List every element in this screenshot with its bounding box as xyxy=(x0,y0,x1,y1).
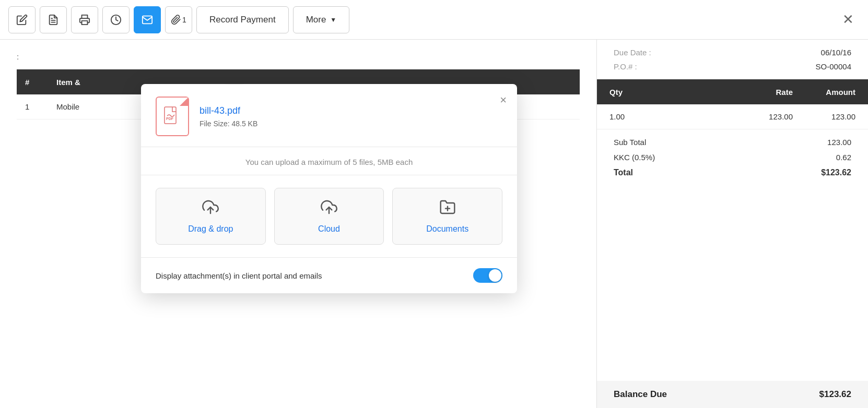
col-rate-header: Rate xyxy=(651,88,793,97)
file-pdf-icon: PDF xyxy=(156,97,189,136)
file-info: bill-43.pdf File Size: 48.5 KB xyxy=(200,105,502,128)
balance-due-label: Balance Due xyxy=(614,389,667,400)
due-date-value: 06/10/16 xyxy=(821,48,851,57)
more-button[interactable]: More ▼ xyxy=(293,6,350,33)
close-icon: ✕ xyxy=(842,11,854,28)
documents-button[interactable]: Documents xyxy=(392,188,502,245)
drag-drop-button[interactable]: Drag & drop xyxy=(156,188,266,245)
svg-text:PDF: PDF xyxy=(166,117,174,121)
attachment-modal: PDF bill-43.pdf File Size: 48.5 KB × You… xyxy=(141,84,517,293)
col-header-num: # xyxy=(25,78,56,87)
toggle-knob xyxy=(489,269,501,282)
file-size: File Size: 48.5 KB xyxy=(200,119,502,128)
folder-plus-icon xyxy=(439,199,456,219)
main-content: : # Item & 1 Mobile Due Date : 06/10/16 … xyxy=(0,40,868,408)
modal-close-button[interactable]: × xyxy=(500,94,507,106)
summary-table-header: Qty Rate Amount xyxy=(597,79,868,104)
drag-drop-label: Drag & drop xyxy=(188,224,233,234)
po-row: P.O.# : SO-00004 xyxy=(614,62,851,71)
summary-info: Due Date : 06/10/16 P.O.# : SO-00004 xyxy=(597,40,868,79)
invoice-label: : xyxy=(17,52,580,61)
po-label: P.O.# : xyxy=(614,62,637,71)
tax-row: KKC (0.5%) 0.62 xyxy=(614,153,851,162)
portal-label: Display attachment(s) in client portal a… xyxy=(156,271,465,280)
row-qty: 1.00 xyxy=(609,112,651,121)
record-payment-label: Record Payment xyxy=(209,15,276,25)
email-button[interactable] xyxy=(134,6,161,33)
portal-toggle[interactable] xyxy=(473,268,502,283)
pdf-button[interactable] xyxy=(40,6,67,33)
tax-label: KKC (0.5%) xyxy=(614,153,655,162)
documents-label: Documents xyxy=(426,224,468,234)
upload-options: Drag & drop Cloud xyxy=(141,175,517,258)
sub-total-row: Sub Total 123.00 xyxy=(614,138,851,147)
summary-data-row: 1.00 123.00 123.00 xyxy=(597,104,868,129)
svg-rect-2 xyxy=(82,20,88,24)
modal-header: PDF bill-43.pdf File Size: 48.5 KB × xyxy=(141,84,517,147)
po-value: SO-00004 xyxy=(816,62,851,71)
upload-icon xyxy=(202,199,219,219)
upload-info: You can upload a maximum of 5 files, 5MB… xyxy=(141,147,517,175)
file-name: bill-43.pdf xyxy=(200,105,502,116)
attachment-count: 1 xyxy=(182,16,186,24)
modal-close-icon: × xyxy=(500,93,507,106)
cloud-icon xyxy=(321,199,337,219)
balance-due-section: Balance Due $123.62 xyxy=(597,381,868,408)
attachment-button[interactable]: 1 xyxy=(165,6,192,33)
grand-total-row: Total $123.62 xyxy=(614,168,851,177)
edit-button[interactable] xyxy=(8,6,36,33)
due-date-label: Due Date : xyxy=(614,48,651,57)
total-label: Total xyxy=(614,168,633,177)
row-amount: 123.00 xyxy=(793,112,855,121)
totals-section: Sub Total 123.00 KKC (0.5%) 0.62 Total $… xyxy=(597,129,868,381)
print-button[interactable] xyxy=(71,6,98,33)
sub-total-label: Sub Total xyxy=(614,138,646,147)
record-payment-button[interactable]: Record Payment xyxy=(196,6,289,33)
col-qty-header: Qty xyxy=(609,88,651,97)
cloud-button[interactable]: Cloud xyxy=(274,188,384,245)
cloud-label: Cloud xyxy=(318,224,340,234)
row-num: 1 xyxy=(25,102,56,111)
tax-value: 0.62 xyxy=(836,153,851,162)
summary-panel: Due Date : 06/10/16 P.O.# : SO-00004 Qty… xyxy=(596,40,868,408)
close-button[interactable]: ✕ xyxy=(837,8,860,31)
history-button[interactable] xyxy=(102,6,130,33)
row-rate: 123.00 xyxy=(651,112,793,121)
more-chevron-icon: ▼ xyxy=(330,16,336,23)
col-amount-header: Amount xyxy=(793,88,855,97)
more-label: More xyxy=(306,15,326,25)
balance-due-value: $123.62 xyxy=(819,389,851,400)
sub-total-value: 123.00 xyxy=(827,138,851,147)
due-date-row: Due Date : 06/10/16 xyxy=(614,48,851,57)
modal-footer: Display attachment(s) in client portal a… xyxy=(141,258,517,293)
toolbar: 1 Record Payment More ▼ ✕ xyxy=(0,0,868,40)
total-value: $123.62 xyxy=(821,168,851,177)
